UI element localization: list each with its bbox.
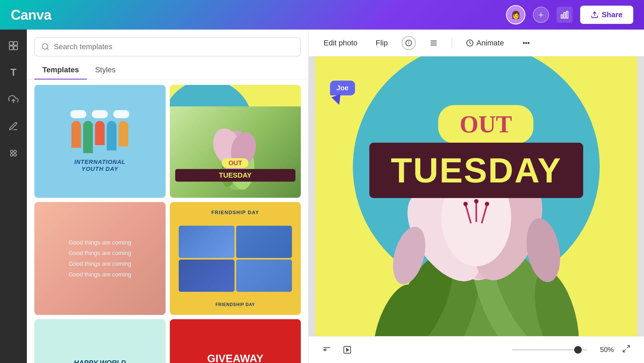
template-card-ocean[interactable]: HAPPY WORLDOCEAN DAY xyxy=(34,319,166,363)
add-button[interactable]: ＋ xyxy=(533,7,549,23)
sidebar-icons: T xyxy=(0,30,27,363)
svg-point-28 xyxy=(526,42,527,44)
zoom-label: 50% xyxy=(592,346,614,354)
good-text: Good things are coming Good things are c… xyxy=(68,237,131,280)
svg-rect-0 xyxy=(561,15,563,18)
zoom-thumb[interactable] xyxy=(574,346,582,354)
sidebar-item-elements[interactable] xyxy=(5,38,21,54)
toolbar-divider xyxy=(452,38,452,48)
fullscreen-button[interactable] xyxy=(619,342,633,358)
svg-rect-1 xyxy=(564,13,565,18)
svg-point-9 xyxy=(14,150,17,153)
svg-rect-2 xyxy=(566,11,568,18)
svg-marker-53 xyxy=(346,348,349,351)
bottom-bar: 50% xyxy=(309,336,644,363)
template-card-friendship[interactable]: FRIENDSHIP DAY FRIENDSHIP DAY xyxy=(170,202,301,315)
canvas-area: Edit photo Flip xyxy=(309,30,644,363)
flip-button[interactable]: Flip xyxy=(371,36,392,50)
layout-button[interactable] xyxy=(425,36,442,50)
sidebar-item-apps[interactable] xyxy=(5,145,21,161)
canvas-toolbar: Edit photo Flip xyxy=(309,30,644,56)
tabs-row: Templates Styles xyxy=(27,61,308,80)
canvas-out-badge: OUT xyxy=(438,105,533,143)
svg-point-27 xyxy=(523,42,524,44)
tuesday-flower xyxy=(170,106,301,198)
design-canvas[interactable]: OUT TUESDAY xyxy=(315,56,637,336)
friendship-photos xyxy=(179,226,292,292)
canvas-tuesday-bar: TUESDAY xyxy=(369,143,583,198)
zoom-slider[interactable] xyxy=(512,349,587,351)
search-input[interactable] xyxy=(54,42,294,51)
nav-right: 👩 ＋ Share xyxy=(506,5,633,24)
share-button[interactable]: Share xyxy=(580,6,633,24)
youth-clouds xyxy=(70,110,129,118)
main-layout: T xyxy=(0,30,644,363)
canvas-container[interactable]: Joe xyxy=(309,56,644,336)
search-bar-container xyxy=(27,30,308,61)
canva-logo: Canva xyxy=(11,7,51,23)
edit-photo-button[interactable]: Edit photo xyxy=(319,36,362,50)
out-badge-small: OUT xyxy=(222,158,248,168)
giveaway-title: GIVEAWAY xyxy=(207,353,264,363)
tab-templates[interactable]: Templates xyxy=(34,61,87,79)
svg-line-54 xyxy=(627,346,630,348)
joe-cursor-bubble: Joe xyxy=(330,81,355,95)
template-card-youth[interactable]: INTERNATIONALYOUTH DAY xyxy=(34,85,166,198)
tab-styles[interactable]: Styles xyxy=(87,61,123,79)
search-bar[interactable] xyxy=(34,37,301,56)
sidebar-item-draw[interactable] xyxy=(5,118,21,134)
template-card-giveaway[interactable]: GIVEAWAY Win the easy way xyxy=(170,319,301,363)
svg-point-29 xyxy=(528,42,529,44)
info-button[interactable] xyxy=(402,36,416,50)
svg-rect-5 xyxy=(9,46,13,50)
analytics-icon[interactable] xyxy=(557,7,573,23)
ocean-text: HAPPY WORLDOCEAN DAY xyxy=(74,358,126,363)
tuesday-label-small: TUESDAY xyxy=(175,169,296,182)
svg-rect-3 xyxy=(9,42,13,45)
svg-line-13 xyxy=(47,48,49,50)
top-nav: Canva 👩 ＋ Share xyxy=(0,0,644,30)
template-card-good[interactable]: Good things are coming Good things are c… xyxy=(34,202,166,315)
friendship-header: FRIENDSHIP DAY xyxy=(173,210,298,215)
template-grid: INTERNATIONALYOUTH DAY OUT xyxy=(27,80,308,363)
svg-rect-6 xyxy=(14,46,17,50)
template-panel: Templates Styles INTERNATIONALYOUTH DAY xyxy=(27,30,309,363)
svg-point-12 xyxy=(42,44,48,49)
svg-point-43 xyxy=(463,202,468,206)
svg-point-10 xyxy=(10,154,13,156)
present-button[interactable] xyxy=(319,342,334,357)
svg-line-55 xyxy=(623,350,625,352)
sidebar-item-upload[interactable] xyxy=(5,91,21,107)
more-options-button[interactable] xyxy=(518,36,535,50)
youth-figures xyxy=(71,121,128,153)
svg-point-45 xyxy=(485,202,489,206)
user-avatar[interactable]: 👩 xyxy=(506,5,525,24)
youth-text: INTERNATIONALYOUTH DAY xyxy=(74,159,126,172)
joe-label: Joe xyxy=(330,81,355,95)
play-button[interactable] xyxy=(340,342,355,357)
bottom-left-controls xyxy=(319,342,355,357)
svg-point-44 xyxy=(474,199,478,203)
sidebar-item-text[interactable]: T xyxy=(5,64,21,81)
svg-rect-4 xyxy=(14,42,17,45)
animate-button[interactable]: Animate xyxy=(462,36,508,50)
svg-point-11 xyxy=(14,154,17,156)
zoom-controls: 50% xyxy=(512,342,633,358)
search-icon xyxy=(41,42,49,51)
svg-point-8 xyxy=(10,150,13,153)
tuesday-text-overlay: OUT TUESDAY xyxy=(175,158,296,182)
template-card-tuesday[interactable]: OUT TUESDAY xyxy=(170,85,301,198)
friendship-footer: FRIENDSHIP DAY xyxy=(215,302,255,307)
